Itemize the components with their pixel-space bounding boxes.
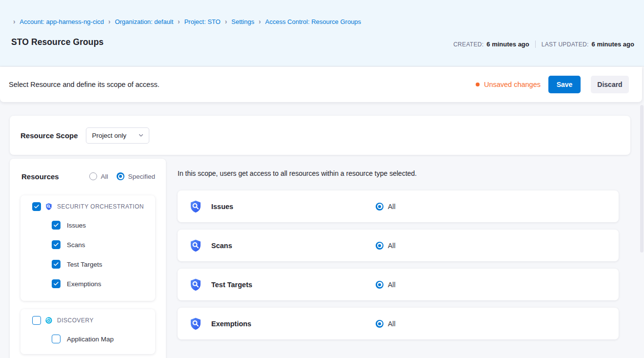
radio-access-all[interactable] xyxy=(376,281,383,289)
resource-scope-card: Resource Scope Project only xyxy=(10,116,630,155)
resource-checkbox[interactable] xyxy=(52,335,60,343)
chevron-down-icon xyxy=(138,132,144,138)
resource-checkbox[interactable] xyxy=(52,240,60,249)
resources-panel-header: Resources All Specified xyxy=(20,171,155,181)
breadcrumb-item: › Organization: default xyxy=(104,18,173,25)
resource-access-radio-group: All xyxy=(376,269,396,300)
radio-specified[interactable] xyxy=(117,172,124,180)
breadcrumb-item: › Project: STO xyxy=(173,18,221,25)
resource-cards-list: Issues All xyxy=(178,190,619,339)
page-header: › Account: app-harness-ng-cicd › Organiz… xyxy=(0,0,644,66)
shield-search-icon xyxy=(189,317,202,331)
group-label: SECURITY ORCHESTRATION xyxy=(57,203,144,210)
group-label: DISCOVERY xyxy=(57,317,94,324)
radio-all[interactable] xyxy=(89,172,97,180)
header-meta: CREATED: 6 minutes ago LAST UPDATED: 6 m… xyxy=(453,41,634,48)
resources-mode-radios: All Specified xyxy=(89,172,155,180)
group-checkbox-security-orchestration[interactable] xyxy=(32,202,41,211)
vertical-scrollbar-thumb[interactable] xyxy=(640,105,644,253)
scope-main-area: In this scope, users get access to all r… xyxy=(178,159,619,347)
group-items: Issues Scans xyxy=(20,215,155,294)
radio-access-all[interactable] xyxy=(376,203,383,211)
group-header: SECURITY ORCHESTRATION xyxy=(20,202,155,211)
resource-card: Test Targets All xyxy=(178,269,619,300)
resources-title: Resources xyxy=(21,172,59,181)
resource-check-item[interactable]: Application Map xyxy=(20,329,155,349)
breadcrumb-link[interactable]: Access Control: Resource Groups xyxy=(265,18,362,25)
resource-access-radio-group: All xyxy=(376,230,396,261)
unsaved-dot-icon xyxy=(476,83,480,86)
resource-access-radio-group: All xyxy=(376,308,396,339)
resource-card: Issues All xyxy=(178,190,619,222)
radio-specified-label[interactable]: Specified xyxy=(128,173,155,180)
resource-check-item[interactable]: Scans xyxy=(20,235,155,254)
radio-access-all[interactable] xyxy=(376,242,383,250)
breadcrumb-link[interactable]: Account: app-harness-ng-cicd xyxy=(20,18,104,25)
resource-checkbox-label[interactable]: Exemptions xyxy=(67,280,101,288)
breadcrumb-item: › Account: app-harness-ng-cicd xyxy=(9,18,104,25)
last-updated-label: LAST UPDATED: xyxy=(542,41,589,48)
group-checkbox-discovery[interactable] xyxy=(32,316,41,325)
resource-checkbox-label[interactable]: Application Map xyxy=(67,336,114,343)
resource-checkbox[interactable] xyxy=(52,279,60,288)
breadcrumb-item: › Settings xyxy=(221,18,254,25)
resource-scope-label: Resource Scope xyxy=(20,131,78,140)
group-items: Application Map xyxy=(20,329,155,349)
radio-access-all-label[interactable]: All xyxy=(388,203,396,211)
resource-checkbox-label[interactable]: Test Targets xyxy=(67,261,102,268)
resource-group-discovery: DISCOVERY Application Map xyxy=(20,309,155,354)
shield-search-icon xyxy=(189,278,202,292)
chevron-right-icon: › xyxy=(108,18,110,26)
action-toolbar: Select Resource and define its scope of … xyxy=(0,67,642,102)
resource-card-title: Exemptions xyxy=(211,320,251,328)
shield-search-icon xyxy=(45,203,53,211)
resource-card-title: Scans xyxy=(211,242,232,250)
radio-access-all[interactable] xyxy=(376,320,383,328)
resource-checkbox[interactable] xyxy=(52,260,60,269)
chevron-right-icon: › xyxy=(225,18,227,26)
resource-group-security-orchestration: SECURITY ORCHESTRATION Issues xyxy=(20,195,155,301)
resource-check-item[interactable]: Exemptions xyxy=(20,274,155,294)
resource-checkbox-label[interactable]: Issues xyxy=(67,222,86,229)
unsaved-changes-indicator: Unsaved changes xyxy=(476,81,541,88)
chevron-right-icon: › xyxy=(259,18,261,26)
resource-card: Exemptions All xyxy=(178,308,619,339)
meta-divider xyxy=(535,41,536,48)
save-button[interactable]: Save xyxy=(548,76,581,93)
radio-access-all-label[interactable]: All xyxy=(388,281,396,289)
page-title: STO Resource Groups xyxy=(11,37,103,47)
resources-panel: Resources All Specified xyxy=(10,159,166,358)
created-value: 6 minutes ago xyxy=(486,41,529,48)
unsaved-changes-label: Unsaved changes xyxy=(484,81,541,88)
discard-button[interactable]: Discard xyxy=(591,76,629,93)
resource-card-title: Test Targets xyxy=(211,281,252,289)
breadcrumb-item: › Access Control: Resource Groups xyxy=(254,18,361,25)
breadcrumb-link[interactable]: Settings xyxy=(231,18,254,25)
group-header: DISCOVERY xyxy=(20,316,155,325)
resource-card-title: Issues xyxy=(211,203,233,211)
radio-access-all-label[interactable]: All xyxy=(388,320,396,328)
shield-search-icon xyxy=(189,239,202,253)
resource-check-item[interactable]: Test Targets xyxy=(20,254,155,274)
toolbar-description: Select Resource and define its scope of … xyxy=(9,81,160,88)
created-label: CREATED: xyxy=(453,41,483,48)
radio-all-label[interactable]: All xyxy=(101,173,108,180)
shield-search-icon xyxy=(189,200,202,213)
page-body: Resource Scope Project only Resources Al… xyxy=(0,102,644,358)
chevron-right-icon: › xyxy=(178,18,180,26)
resource-check-item[interactable]: Issues xyxy=(20,215,155,235)
resource-checkbox-label[interactable]: Scans xyxy=(67,241,85,249)
breadcrumb-link[interactable]: Organization: default xyxy=(115,18,173,25)
scope-description: In this scope, users get access to all r… xyxy=(178,168,619,178)
breadcrumb-link[interactable]: Project: STO xyxy=(184,18,221,25)
resource-scope-dropdown[interactable]: Project only xyxy=(86,127,149,144)
resource-card: Scans All xyxy=(178,230,619,261)
breadcrumb: › Account: app-harness-ng-cicd › Organiz… xyxy=(9,18,361,25)
chevron-right-icon: › xyxy=(13,18,15,26)
radar-icon xyxy=(45,316,53,324)
resource-scope-selected-value: Project only xyxy=(92,132,127,139)
toolbar-actions: Unsaved changes Save Discard xyxy=(476,76,629,93)
last-updated-value: 6 minutes ago xyxy=(592,41,634,48)
radio-access-all-label[interactable]: All xyxy=(388,242,396,250)
resource-checkbox[interactable] xyxy=(52,221,60,230)
